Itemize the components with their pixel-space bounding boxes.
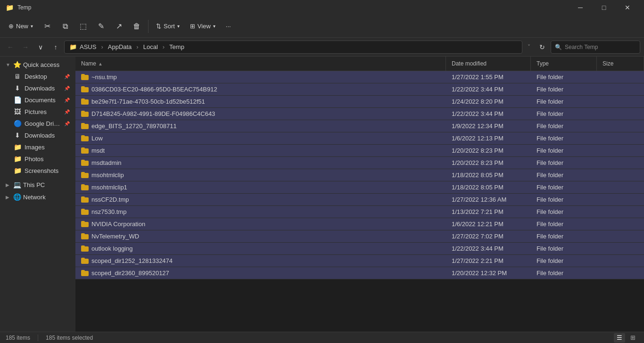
sidebar-item-pictures[interactable]: 🖼 Pictures 📌 (2, 106, 74, 117)
table-row[interactable]: 0386CD03-EC20-4866-95D0-B5EAC754B912 1/2… (75, 83, 644, 96)
table-row[interactable]: D714B245-A982-4991-89DE-F04986C4C643 1/2… (75, 108, 644, 120)
folder-icon (81, 184, 89, 190)
title-bar: 📁 Temp ─ □ ✕ (0, 0, 644, 15)
table-row[interactable]: msohtmlclip 1/18/2022 8:05 PM File folde… (75, 169, 644, 181)
cut-button[interactable]: ✂ (39, 18, 56, 35)
view-icon: ⊞ (190, 23, 195, 30)
new-button[interactable]: ⊕ New ▾ (4, 18, 38, 35)
close-button[interactable]: ✕ (617, 0, 638, 15)
cell-modified: 1/18/2022 8:05 PM (446, 181, 531, 193)
more-button[interactable]: ··· (221, 18, 236, 35)
documents-pin: 📌 (64, 98, 70, 103)
sidebar-this-pc-header[interactable]: ▶ 💻 This PC (2, 179, 74, 190)
images-label: Images (25, 144, 70, 151)
file-modified: 1/18/2022 8:05 PM (452, 184, 504, 191)
sidebar-item-screenshots[interactable]: 📁 Screenshots (2, 165, 74, 176)
address-dropdown-button[interactable]: ˅ (524, 41, 534, 54)
view-toggle: ☰ ⊞ (614, 333, 638, 343)
file-name: NVIDIA Corporation (91, 220, 145, 228)
table-row[interactable]: NVIDIA Corporation 1/6/2022 12:21 PM Fil… (75, 218, 644, 230)
header-name[interactable]: Name ▲ (75, 57, 446, 71)
sidebar-item-downloads2[interactable]: ⬇ Downloads (2, 130, 74, 141)
table-row[interactable]: msdt 1/20/2022 8:23 PM File folder (75, 145, 644, 157)
back-button[interactable]: ← (4, 41, 17, 54)
folder-icon (81, 147, 89, 154)
header-modified[interactable]: Date modified (446, 57, 531, 71)
cell-size (597, 230, 644, 242)
table-row[interactable]: outlook logging 1/22/2022 3:44 PM File f… (75, 243, 644, 255)
minimize-button[interactable]: ─ (570, 0, 591, 15)
table-row[interactable]: nsz7530.tmp 1/13/2022 7:21 PM File folde… (75, 206, 644, 218)
cell-size (597, 120, 644, 132)
sidebar: ▼ ⭐ Quick access 🖥 Desktop 📌 ⬇ Downloads… (0, 57, 75, 332)
pictures-pin: 📌 (64, 109, 70, 114)
table-row[interactable]: ~nsu.tmp 1/27/2022 1:55 PM File folder (75, 71, 644, 83)
forward-button[interactable]: → (19, 41, 32, 54)
file-name: Low (91, 135, 103, 142)
sidebar-item-desktop[interactable]: 🖥 Desktop 📌 (2, 71, 74, 82)
this-pc-arrow: ▶ (6, 182, 11, 188)
paste-button[interactable]: ⬚ (74, 18, 91, 35)
sidebar-item-googledrive[interactable]: 🔵 Google Drive (C… 📌 (2, 118, 74, 129)
file-type: File folder (537, 270, 563, 277)
table-row[interactable]: NvTelemetry_WD 1/27/2022 7:02 PM File fo… (75, 230, 644, 243)
sidebar-item-photos[interactable]: 📁 Photos (2, 153, 74, 164)
cell-modified: 1/6/2022 12:13 PM (446, 132, 531, 144)
address-box[interactable]: 📁 ASUS › AppData › Local › Temp (64, 41, 522, 54)
file-type: File folder (537, 98, 563, 105)
cell-type: File folder (531, 206, 597, 218)
sidebar-network-header[interactable]: ▶ 🌐 Network (2, 191, 74, 203)
rename-icon: ✎ (98, 22, 104, 31)
delete-button[interactable]: 🗑 (128, 18, 145, 35)
search-box[interactable]: 🔍 Search Temp (551, 41, 640, 54)
table-row[interactable]: edge_BITS_12720_789708711 1/9/2022 12:34… (75, 120, 644, 132)
header-type[interactable]: Type (531, 57, 597, 71)
large-icons-view-button[interactable]: ⊞ (627, 333, 638, 343)
table-row[interactable]: scoped_dir2360_899520127 1/20/2022 12:32… (75, 267, 644, 279)
cut-icon: ✂ (44, 22, 50, 31)
file-name: ~nsu.tmp (91, 74, 117, 81)
cell-modified: 1/20/2022 8:23 PM (446, 157, 531, 169)
network-label: Network (23, 194, 46, 201)
rename-button[interactable]: ✎ (92, 18, 109, 35)
cell-modified: 1/22/2022 3:44 PM (446, 243, 531, 254)
network-icon: 🌐 (13, 193, 21, 201)
file-name: D714B245-A982-4991-89DE-F04986C4C643 (91, 110, 215, 117)
googledrive-icon: 🔵 (13, 120, 22, 127)
table-row[interactable]: msohtmlclip1 1/18/2022 8:05 PM File fold… (75, 181, 644, 194)
header-size[interactable]: Size (597, 57, 644, 71)
new-icon: ⊕ (8, 23, 14, 30)
sort-arrow: ▲ (98, 61, 103, 66)
window-icon: 📁 (6, 4, 14, 11)
cell-modified: 1/27/2022 2:21 PM (446, 255, 531, 267)
sidebar-item-downloads-qa[interactable]: ⬇ Downloads 📌 (2, 82, 74, 94)
details-view-button[interactable]: ☰ (614, 333, 625, 343)
file-name: nsz7530.tmp (91, 208, 126, 215)
table-header: Name ▲ Date modified Type Size (75, 57, 644, 71)
table-row[interactable]: nssCF2D.tmp 1/27/2022 12:36 AM File fold… (75, 194, 644, 206)
desktop-icon: 🖥 (13, 73, 22, 80)
sidebar-item-documents[interactable]: 📄 Documents 📌 (2, 94, 74, 106)
sort-button[interactable]: ⇅ Sort ▾ (151, 18, 184, 35)
cell-type: File folder (531, 194, 597, 205)
sidebar-item-images[interactable]: 📁 Images (2, 141, 74, 153)
file-modified: 1/22/2022 3:44 PM (452, 86, 504, 93)
view-button[interactable]: ⊞ View ▾ (185, 18, 220, 35)
sidebar-quick-access-header[interactable]: ▼ ⭐ Quick access (2, 59, 74, 70)
file-type: File folder (537, 220, 563, 228)
maximize-button[interactable]: □ (593, 0, 615, 15)
table-row[interactable]: msdtadmin 1/20/2022 8:23 PM File folder (75, 157, 644, 169)
up-button[interactable]: ↑ (49, 41, 62, 54)
status-separator (38, 335, 38, 341)
table-row[interactable]: be29e7f1-71ae-4703-50cb-1d52be512f51 1/2… (75, 96, 644, 108)
expand-button[interactable]: ∨ (34, 41, 47, 54)
refresh-button[interactable]: ↻ (536, 41, 549, 54)
share-button[interactable]: ↗ (110, 18, 127, 35)
share-icon: ↗ (116, 22, 122, 31)
copy-button[interactable]: ⧉ (57, 18, 74, 35)
table-row[interactable]: Low 1/6/2022 12:13 PM File folder (75, 132, 644, 145)
cell-name: msdtadmin (75, 157, 446, 169)
table-row[interactable]: scoped_dir1252_1281332474 1/27/2022 2:21… (75, 255, 644, 267)
file-type: File folder (537, 159, 563, 166)
file-type: File folder (537, 86, 563, 93)
